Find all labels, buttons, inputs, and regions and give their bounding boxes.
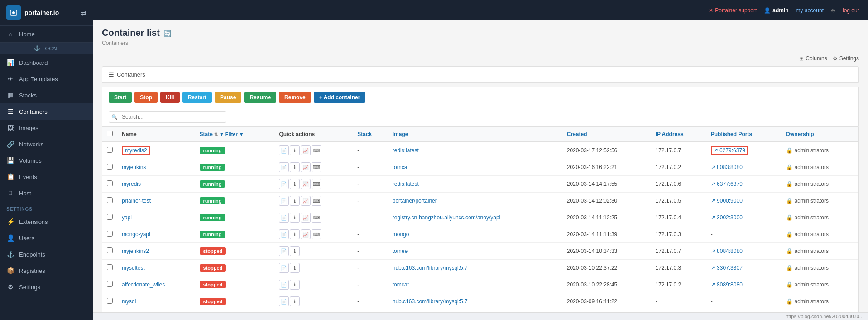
image-link[interactable]: hub.c163.com/library/mysql:5.7 bbox=[393, 298, 468, 305]
exec-icon[interactable]: ⌨ bbox=[312, 229, 321, 239]
row-checkbox[interactable] bbox=[107, 231, 113, 237]
info-icon[interactable]: ℹ bbox=[290, 145, 300, 155]
sidebar-item-users[interactable]: 👤 Users bbox=[0, 230, 93, 246]
sidebar-item-extensions[interactable]: ⚡ Extensions bbox=[0, 213, 93, 230]
stats-icon[interactable]: 📈 bbox=[301, 213, 311, 223]
filter-icon[interactable]: ▼ Filter ▼ bbox=[219, 131, 244, 137]
container-name-link[interactable]: mysql bbox=[122, 298, 136, 305]
container-name-link[interactable]: prtainer-test bbox=[122, 198, 151, 204]
my-account-link[interactable]: my account bbox=[796, 7, 824, 14]
stats-icon[interactable]: 📈 bbox=[301, 229, 311, 239]
col-header-stack[interactable]: Stack bbox=[353, 127, 388, 142]
file-icon[interactable]: 📄 bbox=[279, 196, 289, 206]
sidebar-item-endpoints[interactable]: ⚓ Endpoints bbox=[0, 246, 93, 262]
pause-button[interactable]: Pause bbox=[215, 92, 241, 103]
exec-icon[interactable]: ⌨ bbox=[312, 213, 321, 223]
exec-icon[interactable]: ⌨ bbox=[312, 179, 321, 189]
row-checkbox[interactable] bbox=[107, 247, 113, 253]
sidebar-logo[interactable]: portainer.io ⇄ bbox=[0, 0, 93, 26]
col-header-created[interactable]: Created bbox=[562, 127, 651, 142]
sidebar-item-volumes[interactable]: 💾 Volumes bbox=[0, 152, 93, 169]
remove-button[interactable]: Remove bbox=[279, 92, 311, 103]
row-checkbox[interactable] bbox=[107, 164, 113, 170]
info-icon[interactable]: ℹ bbox=[290, 179, 300, 189]
port-link[interactable]: ↗ 3307:3307 bbox=[711, 265, 777, 271]
image-link[interactable]: redis:latest bbox=[393, 181, 419, 187]
image-link[interactable]: registry.cn-hangzhou.aliyuncs.com/anoy/y… bbox=[393, 214, 501, 221]
sidebar-item-host[interactable]: 🖥 Host bbox=[0, 185, 93, 201]
info-icon[interactable]: ℹ bbox=[290, 296, 300, 306]
info-icon[interactable]: ℹ bbox=[290, 213, 300, 223]
info-icon[interactable]: ℹ bbox=[290, 162, 300, 172]
sidebar-item-events[interactable]: 📋 Events bbox=[0, 169, 93, 185]
col-header-ownership[interactable]: Ownership bbox=[782, 127, 858, 142]
refresh-icon[interactable]: 🔄 bbox=[163, 30, 171, 37]
col-header-ports[interactable]: Published Ports bbox=[706, 127, 782, 142]
stats-icon[interactable]: 📈 bbox=[301, 145, 311, 155]
search-input[interactable] bbox=[109, 111, 226, 123]
container-name-link[interactable]: mysqltest bbox=[122, 265, 145, 271]
select-all-checkbox[interactable] bbox=[107, 131, 113, 136]
info-icon[interactable]: ℹ bbox=[290, 280, 300, 290]
start-button[interactable]: Start bbox=[109, 92, 132, 103]
exec-icon[interactable]: ⌨ bbox=[312, 145, 321, 155]
row-checkbox[interactable] bbox=[107, 281, 113, 287]
info-icon[interactable]: ℹ bbox=[290, 246, 300, 256]
resume-button[interactable]: Resume bbox=[244, 92, 276, 103]
file-icon[interactable]: 📄 bbox=[279, 280, 289, 290]
add-container-button[interactable]: + Add container bbox=[314, 92, 366, 103]
container-name-link[interactable]: yapi bbox=[122, 214, 132, 221]
file-icon[interactable]: 📄 bbox=[279, 263, 289, 273]
logout-link[interactable]: log out bbox=[843, 7, 859, 14]
port-link[interactable]: ↗ 8083:8080 bbox=[711, 164, 777, 170]
container-name-highlighted[interactable]: myredis2 bbox=[122, 146, 150, 155]
file-icon[interactable]: 📄 bbox=[279, 162, 289, 172]
container-name-link[interactable]: myjenkins bbox=[122, 164, 146, 170]
image-link[interactable]: mongo bbox=[393, 231, 409, 238]
col-header-name[interactable]: Name bbox=[117, 127, 195, 142]
image-link[interactable]: tomee bbox=[393, 248, 408, 254]
col-header-ip[interactable]: IP Address bbox=[651, 127, 706, 142]
image-link[interactable]: tomcat bbox=[393, 164, 409, 170]
sidebar-item-images[interactable]: 🖼 Images bbox=[0, 120, 93, 136]
kill-button[interactable]: Kill bbox=[160, 92, 180, 103]
stats-icon[interactable]: 📈 bbox=[301, 179, 311, 189]
row-checkbox[interactable] bbox=[107, 214, 113, 220]
info-icon[interactable]: ℹ bbox=[290, 196, 300, 206]
sidebar-item-networks[interactable]: 🔗 Networks bbox=[0, 136, 93, 152]
col-header-state[interactable]: State ⇅ ▼ Filter ▼ bbox=[195, 127, 275, 142]
sidebar-item-registries[interactable]: 📦 Registries bbox=[0, 262, 93, 279]
row-checkbox[interactable] bbox=[107, 298, 113, 304]
stats-icon[interactable]: 📈 bbox=[301, 196, 311, 206]
exec-icon[interactable]: ⌨ bbox=[312, 196, 321, 206]
port-link[interactable]: ↗ 8084:8080 bbox=[711, 248, 777, 254]
port-link[interactable]: ↗ 6377:6379 bbox=[711, 181, 777, 187]
portainer-support-link[interactable]: ✕ Portainer support bbox=[709, 7, 757, 14]
container-name-link[interactable]: mongo-yapi bbox=[122, 231, 150, 238]
file-icon[interactable]: 📄 bbox=[279, 246, 289, 256]
sidebar-item-home[interactable]: ⌂ Home bbox=[0, 26, 93, 42]
file-icon[interactable]: 📄 bbox=[279, 213, 289, 223]
port-link[interactable]: ↗ 8089:8080 bbox=[711, 281, 777, 288]
file-icon[interactable]: 📄 bbox=[279, 229, 289, 239]
sidebar-transfer-icon[interactable]: ⇄ bbox=[81, 9, 86, 17]
stats-icon[interactable]: 📈 bbox=[301, 162, 311, 172]
image-link[interactable]: hub.c163.com/library/mysql:5.7 bbox=[393, 265, 468, 271]
container-name-link[interactable]: affectionate_wiles bbox=[122, 281, 165, 288]
image-link[interactable]: portainer/portainer bbox=[393, 198, 437, 204]
port-link[interactable]: ↗ 3002:3000 bbox=[711, 214, 777, 221]
sidebar-item-stacks[interactable]: ▦ Stacks bbox=[0, 87, 93, 103]
row-checkbox[interactable] bbox=[107, 147, 113, 153]
settings-button[interactable]: ⚙ Settings bbox=[833, 55, 859, 62]
image-link[interactable]: redis:latest bbox=[393, 147, 419, 154]
row-checkbox[interactable] bbox=[107, 264, 113, 270]
image-link[interactable]: tomcat bbox=[393, 281, 409, 288]
file-icon[interactable]: 📄 bbox=[279, 145, 289, 155]
row-checkbox[interactable] bbox=[107, 197, 113, 203]
sidebar-item-dashboard[interactable]: 📊 Dashboard bbox=[0, 54, 93, 71]
info-icon[interactable]: ℹ bbox=[290, 229, 300, 239]
exec-icon[interactable]: ⌨ bbox=[312, 162, 321, 172]
container-name-link[interactable]: myredis bbox=[122, 181, 141, 187]
info-icon[interactable]: ℹ bbox=[290, 263, 300, 273]
stop-button[interactable]: Stop bbox=[134, 92, 158, 103]
